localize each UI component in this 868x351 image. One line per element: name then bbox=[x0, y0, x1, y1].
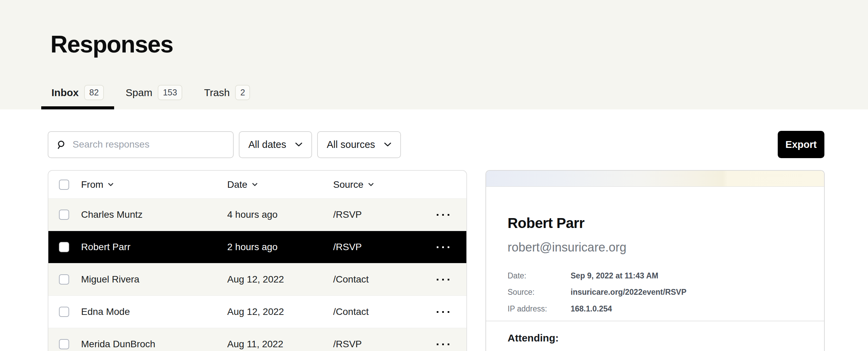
detail-field-ip: IP address: 168.1.0.254 bbox=[508, 304, 803, 314]
detail-body: Robert Parr robert@insuricare.org Date: … bbox=[486, 216, 824, 344]
row-menu-button[interactable] bbox=[437, 341, 449, 347]
row-date: Aug 12, 2022 bbox=[227, 274, 333, 285]
export-button[interactable]: Export bbox=[778, 131, 824, 158]
page-title: Responses bbox=[50, 32, 173, 56]
detail-field-source: Source: insuricare.org/2022event/RSVP bbox=[508, 288, 803, 297]
tab-inbox-label: Inbox bbox=[51, 87, 79, 98]
row-source: /RSVP bbox=[333, 242, 437, 253]
chevron-down-icon bbox=[384, 142, 391, 147]
tab-spam-count-badge: 153 bbox=[158, 85, 182, 100]
row-source: /Contact bbox=[333, 274, 437, 285]
date-filter-value: All dates bbox=[248, 139, 286, 150]
row-checkbox[interactable] bbox=[59, 274, 69, 285]
row-menu-button[interactable] bbox=[437, 244, 449, 250]
table-row[interactable]: Merida DunBroch Aug 11, 2022 /RSVP bbox=[48, 328, 466, 351]
search-icon bbox=[57, 140, 66, 149]
chevron-down-icon bbox=[295, 142, 303, 147]
table-header-row: From Date Source bbox=[48, 171, 466, 198]
detail-divider bbox=[486, 321, 824, 321]
column-header-source[interactable]: Source bbox=[333, 179, 437, 190]
row-from: Miguel Rivera bbox=[81, 274, 227, 285]
row-checkbox[interactable] bbox=[59, 339, 69, 349]
tab-bar: Inbox 82 Spam 153 Trash 2 bbox=[41, 85, 260, 109]
page-header: Responses Inbox 82 Spam 153 Trash 2 bbox=[0, 0, 868, 109]
toolbar: All dates All sources Export bbox=[48, 131, 824, 158]
row-date: 2 hours ago bbox=[227, 242, 333, 253]
detail-field-date: Date: Sep 9, 2022 at 11:43 AM bbox=[508, 271, 803, 281]
row-from: Edna Mode bbox=[81, 306, 227, 317]
row-from: Robert Parr bbox=[81, 242, 227, 253]
row-source: /RSVP bbox=[333, 339, 437, 350]
source-filter-value: All sources bbox=[327, 139, 375, 150]
column-header-from[interactable]: From bbox=[81, 179, 227, 190]
attending-section-heading: Attending: bbox=[508, 332, 803, 344]
row-checkbox[interactable] bbox=[59, 210, 69, 220]
row-from: Charles Muntz bbox=[81, 209, 227, 220]
row-menu-button[interactable] bbox=[437, 212, 449, 218]
date-filter-select[interactable]: All dates bbox=[239, 131, 312, 158]
detail-gradient-banner bbox=[486, 171, 824, 187]
column-header-date[interactable]: Date bbox=[227, 179, 333, 190]
table-row[interactable]: Edna Mode Aug 12, 2022 /Contact bbox=[48, 295, 466, 328]
row-source: /Contact bbox=[333, 306, 437, 317]
row-date: Aug 11, 2022 bbox=[227, 339, 333, 350]
response-detail-panel: Robert Parr robert@insuricare.org Date: … bbox=[485, 170, 825, 351]
respondent-email: robert@insuricare.org bbox=[508, 241, 803, 254]
row-date: 4 hours ago bbox=[227, 209, 333, 220]
tab-inbox-count-badge: 82 bbox=[84, 85, 104, 100]
table-row[interactable]: Miguel Rivera Aug 12, 2022 /Contact bbox=[48, 263, 466, 295]
tab-spam[interactable]: Spam 153 bbox=[115, 85, 192, 109]
search-box[interactable] bbox=[48, 131, 234, 158]
row-checkbox[interactable] bbox=[59, 242, 69, 252]
chevron-down-icon bbox=[252, 183, 258, 186]
row-date: Aug 12, 2022 bbox=[227, 306, 333, 317]
tab-trash[interactable]: Trash 2 bbox=[194, 85, 260, 109]
row-checkbox[interactable] bbox=[59, 307, 69, 317]
table-row[interactable]: Charles Muntz 4 hours ago /RSVP bbox=[48, 198, 466, 231]
respondent-name: Robert Parr bbox=[508, 216, 803, 230]
tab-trash-label: Trash bbox=[204, 87, 230, 98]
chevron-down-icon bbox=[368, 183, 374, 186]
detail-fields: Date: Sep 9, 2022 at 11:43 AM Source: in… bbox=[508, 271, 803, 314]
source-filter-select[interactable]: All sources bbox=[317, 131, 401, 158]
row-menu-button[interactable] bbox=[437, 277, 449, 283]
tab-trash-count-badge: 2 bbox=[235, 85, 250, 100]
responses-table: From Date Source Charles Muntz 4 hours a… bbox=[48, 170, 467, 351]
search-input[interactable] bbox=[72, 139, 225, 150]
row-source: /RSVP bbox=[333, 209, 437, 220]
chevron-down-icon bbox=[108, 183, 113, 186]
select-all-checkbox[interactable] bbox=[59, 180, 69, 190]
tab-inbox[interactable]: Inbox 82 bbox=[41, 85, 114, 109]
row-from: Merida DunBroch bbox=[81, 339, 227, 350]
table-row-selected[interactable]: Robert Parr 2 hours ago /RSVP bbox=[48, 231, 466, 263]
tab-spam-label: Spam bbox=[126, 87, 152, 98]
row-menu-button[interactable] bbox=[437, 309, 449, 315]
